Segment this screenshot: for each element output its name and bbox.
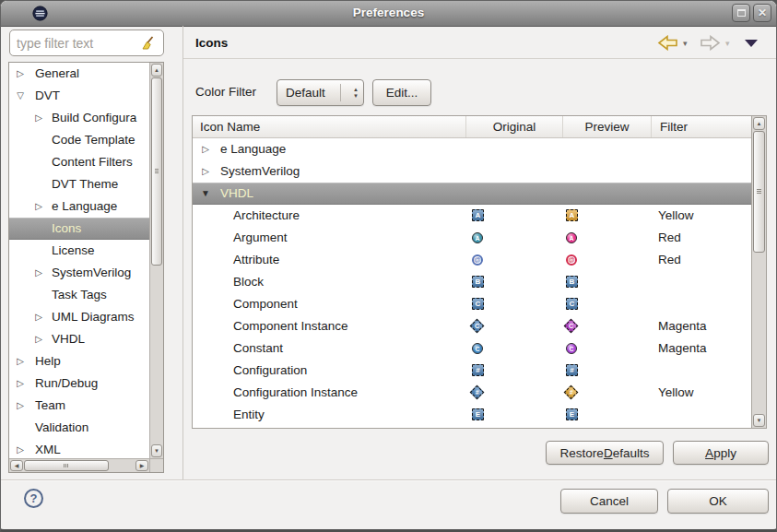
table-vertical-scrollbar[interactable]: ▲ ▼: [751, 116, 766, 428]
group-label: e Language: [220, 138, 286, 160]
scrollbar-thumb[interactable]: [151, 77, 162, 266]
maximize-button[interactable]: [732, 4, 750, 22]
preferences-tree: ▷General▽DVT▷Build ConfiguraCode Templat…: [8, 62, 164, 473]
sidebar-item-help[interactable]: ▷Help: [9, 350, 149, 372]
sidebar-item-run-debug[interactable]: ▷Run/Debug: [9, 372, 149, 395]
scroll-right-icon[interactable]: ▶: [135, 460, 148, 471]
sidebar-item-systemverilog[interactable]: ▷SystemVerilog: [9, 262, 149, 284]
icons-table: Icon Name Original Preview Filter ▷e Lan…: [192, 115, 767, 429]
sidebar-item-label: XML: [35, 439, 61, 458]
chevron-down-icon[interactable]: ▾: [683, 40, 688, 48]
sidebar-item-uml-diagrams[interactable]: ▷UML Diagrams: [9, 306, 149, 328]
table-row-e-language[interactable]: ▷e Language: [193, 138, 751, 160]
expanded-expander-icon[interactable]: ▽: [13, 85, 28, 107]
sidebar-item-label: Build Configura: [52, 107, 136, 129]
collapsed-expander-icon[interactable]: ▷: [13, 350, 28, 372]
sidebar-item-icons[interactable]: Icons: [9, 218, 149, 240]
collapsed-expander-icon[interactable]: ▷: [31, 262, 46, 284]
titlebar[interactable]: Preferences ✕: [1, 1, 776, 27]
sidebar-item-xml[interactable]: ▷XML: [9, 439, 149, 458]
table-row-entity[interactable]: EntityEE: [193, 404, 751, 426]
icon-name-label: Component Instance: [233, 315, 348, 337]
collapsed-expander-icon[interactable]: ▷: [31, 328, 46, 350]
icon-name-label: Configuration Instance: [233, 382, 358, 404]
apply-button[interactable]: Apply: [673, 441, 769, 465]
table-row-component-instance[interactable]: Component InstanceCCMagenta: [193, 315, 751, 337]
tree-horizontal-scrollbar[interactable]: ◀ ▶: [9, 458, 149, 472]
table-row-argument[interactable]: ArgumentAARed: [193, 227, 751, 249]
table-row-constant[interactable]: ConstantCCMagenta: [193, 337, 751, 360]
sidebar-item-vhdl[interactable]: ▷VHDL: [9, 328, 149, 350]
scrollbar-thumb[interactable]: [753, 131, 765, 253]
table-row-vhdl[interactable]: ▼VHDL: [193, 183, 751, 205]
column-header-filter: Filter: [651, 116, 752, 137]
table-row-block[interactable]: BlockBB: [193, 271, 751, 293]
scroll-down-icon[interactable]: ▼: [151, 444, 162, 457]
sidebar-item-task-tags[interactable]: Task Tags: [9, 284, 149, 306]
collapsed-expander-icon[interactable]: ▷: [13, 63, 28, 85]
collapsed-expander-icon[interactable]: ▷: [13, 395, 28, 417]
sidebar-item-label: VHDL: [52, 328, 85, 350]
table-row-architecture[interactable]: ArchitectureAAYellow: [193, 205, 751, 227]
sidebar-item-general[interactable]: ▷General: [9, 63, 149, 85]
entity-prev-icon: E: [566, 408, 578, 420]
sidebar-item-dvt-theme[interactable]: DVT Theme: [9, 173, 149, 195]
collapsed-expander-icon[interactable]: ▷: [31, 306, 46, 328]
thumb-grip: [757, 189, 761, 194]
collapsed-expander-icon[interactable]: ▷: [31, 107, 46, 129]
collapsed-expander-icon[interactable]: ▷: [198, 160, 213, 183]
collapsed-expander-icon[interactable]: ▷: [31, 195, 46, 218]
scroll-left-icon[interactable]: ◀: [10, 460, 23, 471]
color-filter-select[interactable]: Default ▲▼: [277, 79, 364, 106]
close-button[interactable]: ✕: [753, 4, 771, 22]
expanded-expander-icon[interactable]: ▼: [198, 183, 213, 205]
ok-button[interactable]: OK: [667, 489, 769, 514]
table-row-systemverilog[interactable]: ▷SystemVerilog: [193, 160, 751, 183]
configuration-instance-prev-icon: #: [564, 385, 579, 400]
scrollbar-thumb[interactable]: [24, 460, 109, 471]
header-separator: [183, 58, 776, 59]
table-row-configuration[interactable]: Configuration##: [193, 360, 751, 382]
filter-value: Yellow: [658, 205, 694, 227]
group-label: VHDL: [220, 183, 253, 205]
collapsed-expander-icon[interactable]: ▷: [198, 138, 213, 160]
collapsed-expander-icon[interactable]: ▷: [13, 439, 28, 458]
table-row-configuration-instance[interactable]: Configuration Instance##Yellow: [193, 382, 751, 404]
sidebar-item-build-configura[interactable]: ▷Build Configura: [9, 107, 149, 129]
scroll-up-icon[interactable]: ▲: [753, 117, 765, 130]
table-row-attribute[interactable]: Attribute@@Red: [193, 249, 751, 271]
restore-defaults-button[interactable]: Restore Defaults: [546, 441, 664, 465]
sidebar-item-license[interactable]: License: [9, 240, 149, 262]
sidebar-item-e-language[interactable]: ▷e Language: [9, 195, 149, 218]
cancel-button[interactable]: Cancel: [560, 489, 658, 514]
argument-orig-icon: A: [472, 232, 483, 243]
sidebar-item-dvt[interactable]: ▽DVT: [9, 85, 149, 107]
sidebar-item-label: Run/Debug: [35, 372, 98, 395]
sidebar-item-code-template[interactable]: Code Template: [9, 129, 149, 151]
sidebar-item-label: Icons: [52, 218, 81, 240]
chevron-down-icon: ▾: [725, 40, 730, 48]
icon-name-label: Block: [233, 271, 264, 293]
icon-name-label: Argument: [233, 227, 288, 249]
component-instance-orig-icon: C: [470, 319, 485, 334]
back-arrow-icon[interactable]: [656, 35, 679, 51]
edit-button[interactable]: Edit...: [372, 79, 431, 106]
architecture-orig-icon: A: [472, 209, 484, 221]
column-header-icon-name: Icon Name: [200, 116, 260, 137]
table-row-component[interactable]: ComponentCC: [193, 293, 751, 315]
button-label: pply: [713, 446, 736, 460]
scroll-down-icon[interactable]: ▼: [753, 414, 765, 427]
sidebar-item-validation[interactable]: Validation: [9, 417, 149, 439]
help-button[interactable]: ?: [24, 489, 43, 508]
sidebar-item-team[interactable]: ▷Team: [9, 395, 149, 417]
filter-value: Magenta: [658, 337, 707, 360]
broom-icon[interactable]: [140, 35, 156, 51]
button-mnemonic: A: [705, 446, 713, 460]
collapsed-expander-icon[interactable]: ▷: [13, 372, 28, 395]
view-menu-icon[interactable]: [745, 40, 758, 47]
scrollbar-corner: [149, 458, 163, 472]
scroll-up-icon[interactable]: ▲: [151, 64, 162, 77]
tree-vertical-scrollbar[interactable]: ▲ ▼: [149, 63, 163, 458]
panel-divider[interactable]: [182, 26, 183, 479]
sidebar-item-content-filters[interactable]: Content Filters: [9, 151, 149, 173]
